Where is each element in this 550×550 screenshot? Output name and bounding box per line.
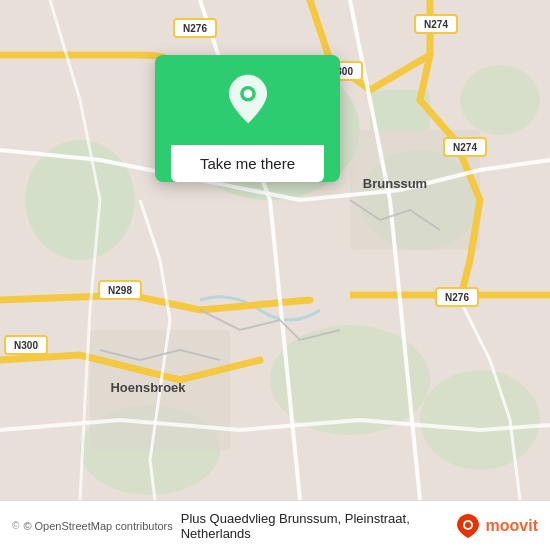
location-card: Take me there xyxy=(155,55,340,182)
svg-text:N274: N274 xyxy=(453,142,477,153)
svg-point-28 xyxy=(243,89,252,98)
svg-text:Hoensbroek: Hoensbroek xyxy=(110,380,186,395)
copyright-text: © OpenStreetMap contributors xyxy=(23,520,172,532)
map-container: N276 N274 N300 N274 N276 N298 N300 Bruns… xyxy=(0,0,550,500)
svg-text:N276: N276 xyxy=(445,292,469,303)
location-title: Plus Quaedvlieg Brunssum, Pleinstraat, N… xyxy=(181,511,454,541)
svg-point-4 xyxy=(420,370,540,470)
svg-text:N276: N276 xyxy=(183,23,207,34)
copyright-icon: © xyxy=(12,520,19,531)
take-me-there-button[interactable]: Take me there xyxy=(171,145,324,182)
svg-text:N298: N298 xyxy=(108,285,132,296)
moovit-brand-name: moovit xyxy=(486,517,538,535)
svg-text:N274: N274 xyxy=(424,19,448,30)
svg-text:N300: N300 xyxy=(14,340,38,351)
location-pin-icon xyxy=(222,73,274,125)
moovit-icon xyxy=(454,512,482,540)
svg-point-7 xyxy=(460,65,540,135)
bottom-bar: © © OpenStreetMap contributors Plus Quae… xyxy=(0,500,550,550)
svg-point-30 xyxy=(465,522,471,528)
moovit-logo: moovit xyxy=(454,512,538,540)
copyright-section: © © OpenStreetMap contributors xyxy=(12,520,173,532)
svg-text:Brunssum: Brunssum xyxy=(363,176,427,191)
